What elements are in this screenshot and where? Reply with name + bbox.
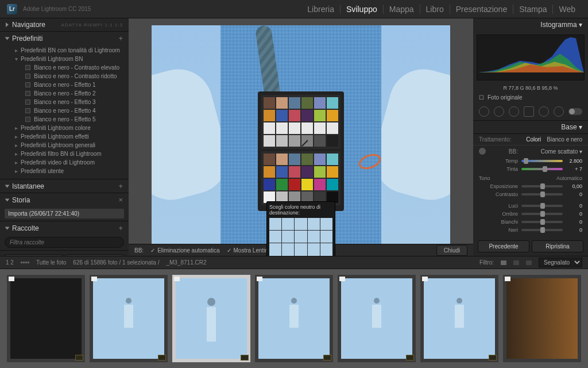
highlights-slider[interactable]: Luci0 — [473, 202, 588, 210]
thumb[interactable] — [90, 275, 168, 362]
auto-tone-button[interactable]: Automatico — [556, 175, 582, 181]
tint-slider[interactable]: Tinta+ 7 — [473, 165, 588, 173]
histogram-header[interactable]: Istogramma ▾ — [473, 18, 588, 31]
preset-thumb-icon — [25, 74, 30, 79]
module-web[interactable]: Web — [553, 5, 581, 14]
badge-icon — [489, 355, 497, 361]
preset-item[interactable]: Bianco e nero - Contrasto elevato — [23, 63, 129, 72]
flag-icon — [257, 277, 262, 281]
collections-filter-input[interactable] — [5, 237, 124, 248]
breadcrumb-all[interactable]: Tutte le foto — [36, 259, 66, 266]
disclosure-icon — [5, 227, 10, 229]
thumb-selected[interactable] — [172, 275, 250, 362]
auto-dismiss-checkbox[interactable]: Eliminazione automatica — [150, 247, 219, 254]
thumb[interactable] — [255, 275, 333, 362]
grid-view-icon[interactable] — [21, 262, 29, 263]
presets-title: Predefiniti — [12, 34, 42, 43]
exposure-slider[interactable]: Esposizione0,00 — [473, 182, 588, 190]
loupe-panel: Scegli colore neutro di destinazione: R … — [266, 201, 335, 256]
preset-group[interactable]: ▸Predefiniti filtro BN di Lightroom — [13, 150, 129, 158]
thumb[interactable] — [503, 275, 581, 362]
preset-group[interactable]: ▸Predefiniti Lightroom effetti — [13, 132, 129, 141]
flag-icon[interactable] — [513, 260, 519, 265]
preset-group[interactable]: ▸Predefiniti utente — [13, 167, 129, 175]
add-icon[interactable]: + — [118, 224, 123, 232]
history-item[interactable]: Importa (26/06/17 22:41:40) — [5, 209, 124, 218]
preset-group[interactable]: ▸Predefiniti Lightroom generali — [13, 141, 129, 150]
collections-title: Raccolte — [12, 224, 39, 232]
collections-panel: Raccolte + — [0, 221, 129, 251]
preset-item[interactable]: Bianco e nero - Effetto 4 — [23, 106, 129, 115]
preset-group[interactable]: ▸Predefiniti BN con tonalità di Lightroo… — [13, 46, 129, 55]
history-title: Storia — [12, 196, 30, 204]
thumb[interactable] — [338, 275, 416, 362]
treatment-bw[interactable]: Bianco e nero — [547, 136, 582, 143]
tone-section: TonoAutomatico — [473, 173, 588, 182]
redeye-tool-icon[interactable] — [509, 106, 519, 117]
photo-canvas[interactable]: Scegli colore neutro di destinazione: R … — [129, 18, 473, 244]
preset-thumb-icon — [25, 117, 30, 122]
snapshots-header[interactable]: Istantanee + — [0, 179, 129, 193]
panel-switch[interactable] — [568, 108, 582, 115]
add-icon[interactable]: + — [118, 182, 123, 190]
clear-icon[interactable]: × — [118, 195, 123, 204]
history-header[interactable]: Storia × — [0, 193, 129, 206]
badge-icon — [323, 355, 331, 361]
spot-tool-icon[interactable] — [494, 106, 504, 117]
module-slideshow[interactable]: Presentazione — [450, 5, 514, 14]
brush-tool-icon[interactable] — [554, 106, 564, 117]
module-switcher: Libreria Sviluppo Mappa Libro Presentazi… — [301, 5, 581, 14]
close-button[interactable]: Chiudi — [436, 245, 467, 256]
basic-panel-header[interactable]: Base ▾ — [473, 121, 588, 134]
contrast-slider[interactable]: Contrasto0 — [473, 190, 588, 198]
previous-button[interactable]: Precedente — [478, 240, 529, 252]
badge-icon — [75, 355, 83, 361]
flag-icon[interactable] — [501, 260, 506, 265]
module-map[interactable]: Mappa — [384, 5, 420, 14]
thumb[interactable] — [420, 275, 498, 362]
whites-slider[interactable]: Bianchi0 — [473, 218, 588, 226]
gradient-tool-icon[interactable] — [524, 106, 534, 117]
filename-label: _M3_8711.CR2 — [166, 259, 206, 266]
right-buttons: Precedente Ripristina — [473, 237, 588, 256]
presets-header[interactable]: Predefiniti + — [0, 32, 129, 45]
navigator-header[interactable]: Navigatore ADATTA RIEMPI 1:1 1:3 — [0, 18, 129, 31]
module-develop[interactable]: Sviluppo — [341, 5, 384, 14]
navigator-zoom-opts[interactable]: ADATTA RIEMPI 1:1 1:3 — [61, 22, 123, 28]
preset-thumb-icon — [25, 65, 30, 70]
flag-icon — [9, 277, 14, 281]
filmstrip-thumbs[interactable] — [0, 269, 588, 368]
shadows-slider[interactable]: Ombre0 — [473, 210, 588, 218]
temp-slider[interactable]: Temp2.800 — [473, 157, 588, 165]
preset-group[interactable]: ▸Predefiniti video di Lightroom — [13, 158, 129, 167]
preset-item[interactable]: Bianco e nero - Effetto 1 — [23, 80, 129, 89]
collections-header[interactable]: Raccolte + — [0, 221, 129, 235]
preset-item[interactable]: Bianco e nero - Effetto 2 — [23, 89, 129, 98]
add-icon[interactable]: + — [118, 34, 123, 43]
original-photo-row[interactable]: ☐Foto originale — [473, 92, 588, 103]
monitor-nums[interactable]: 1 2 — [6, 259, 14, 266]
crop-tool-icon[interactable] — [479, 106, 489, 117]
preset-item[interactable]: Bianco e nero - Contrasto ridotto — [23, 72, 129, 80]
preset-item[interactable]: Bianco e nero - Effetto 3 — [23, 98, 129, 106]
flag-icon — [174, 277, 180, 281]
module-book[interactable]: Libro — [420, 5, 450, 14]
module-print[interactable]: Stampa — [513, 5, 553, 14]
filter-dropdown[interactable]: Segnalato — [539, 258, 582, 267]
reset-button[interactable]: Ripristina — [532, 240, 583, 252]
preset-group[interactable]: ▾Predefiniti Lightroom BN — [13, 55, 129, 63]
blacks-slider[interactable]: Neri0 — [473, 226, 588, 234]
module-library[interactable]: Libreria — [301, 5, 341, 14]
treatment-color[interactable]: Colori — [526, 136, 541, 143]
wb-preset-dropdown[interactable]: Come scattato ▾ — [541, 148, 582, 155]
wb-picker-icon[interactable] — [479, 148, 486, 155]
preset-group[interactable]: ▸Predefiniti Lightroom colore — [13, 124, 129, 132]
preset-thumb-icon — [25, 91, 30, 96]
treatment-label: Trattamento: — [479, 136, 511, 143]
preset-item[interactable]: Bianco e nero - Effetto 5 — [23, 115, 129, 124]
radial-tool-icon[interactable] — [539, 106, 549, 117]
thumb[interactable] — [7, 275, 85, 362]
flag-icon[interactable] — [526, 260, 532, 265]
show-loupe-checkbox[interactable]: Mostra Lentino — [227, 247, 272, 254]
histogram[interactable] — [477, 34, 585, 80]
